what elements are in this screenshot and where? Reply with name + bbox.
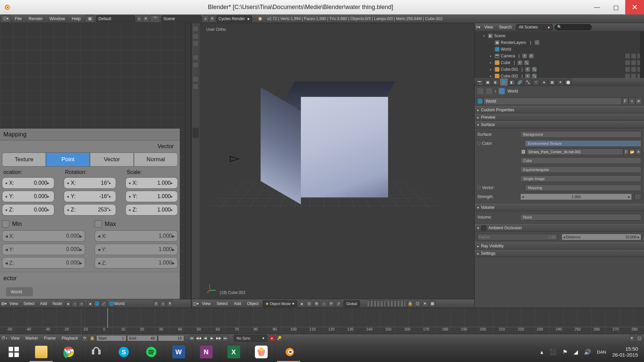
tool-tab-button[interactable] bbox=[193, 62, 199, 68]
node-path-world[interactable]: World bbox=[6, 287, 33, 296]
selectable-icon[interactable] bbox=[631, 60, 636, 65]
taskbar-excel-icon[interactable]: X bbox=[220, 342, 248, 362]
color-dropdown[interactable]: Environment Texture bbox=[525, 140, 641, 147]
keyframe-add-icon[interactable]: ▾ bbox=[629, 335, 635, 342]
taskbar-audio-icon[interactable] bbox=[83, 342, 110, 362]
mapping-node[interactable]: Mapping Vector Texture Point Vector Norm… bbox=[0, 129, 180, 299]
modifier-icon[interactable]: ⟳ bbox=[529, 54, 534, 58]
keying-set-icon[interactable]: 🔑 bbox=[276, 335, 282, 342]
mapping-loc-z[interactable]: ◂Z:0.000▸ bbox=[2, 204, 54, 216]
vpf-object[interactable]: Object bbox=[245, 301, 262, 306]
menu-window[interactable]: Window bbox=[46, 16, 68, 21]
world-fake-user-button[interactable]: F bbox=[153, 300, 159, 307]
tray-language[interactable]: DAN bbox=[597, 350, 606, 355]
camera-icon[interactable]: ▻ bbox=[230, 150, 239, 165]
shading-icon[interactable]: ● bbox=[299, 300, 305, 307]
mapping-rot-x[interactable]: ◂X:16°▸ bbox=[64, 177, 116, 189]
node-type-tex-icon[interactable]: ▪ bbox=[78, 300, 85, 307]
world-fake-user-button[interactable]: F bbox=[622, 98, 629, 105]
play-icon[interactable]: ▶ bbox=[209, 335, 215, 341]
ao-distance-field[interactable]: ◂ Distance:10.000 ▸ bbox=[561, 234, 642, 240]
selectable-icon[interactable] bbox=[631, 67, 636, 72]
timeline-playhead[interactable] bbox=[107, 308, 108, 328]
manipulator-rotate-icon[interactable]: ⟳ bbox=[328, 300, 334, 307]
vector-dropdown[interactable]: Mapping bbox=[525, 184, 641, 191]
node-footer-node[interactable]: Node bbox=[50, 301, 65, 306]
tool-tab-button[interactable] bbox=[193, 41, 199, 47]
start-button[interactable] bbox=[0, 342, 28, 362]
node-footer-add[interactable]: Add bbox=[37, 301, 50, 306]
scene-remove-button[interactable]: ✕ bbox=[209, 15, 215, 22]
props-tab-texture-icon[interactable]: ▦ bbox=[548, 79, 556, 85]
node-shader-world-icon[interactable]: 🌐 bbox=[94, 300, 100, 307]
outliner-search-input[interactable]: 🔍 bbox=[555, 24, 592, 30]
panel-volume[interactable]: ▾Volume bbox=[475, 204, 644, 211]
props-tab-world-icon[interactable]: 🌐 bbox=[500, 79, 507, 85]
menu-render[interactable]: Render bbox=[25, 16, 46, 21]
world-datablock-field[interactable]: World bbox=[114, 301, 153, 306]
vpf-view[interactable]: View bbox=[199, 301, 213, 306]
editor-type-icon[interactable]: ⓘ▾ bbox=[1, 15, 11, 22]
layers-widget[interactable] bbox=[387, 300, 406, 307]
tray-volume-icon[interactable]: 🔊 bbox=[584, 349, 591, 356]
orientation-dropdown[interactable]: Global bbox=[343, 300, 360, 307]
source-dropdown[interactable]: Single Image bbox=[520, 175, 641, 182]
mapping-tab-normal[interactable]: Normal bbox=[134, 153, 178, 167]
node-editor-type-icon[interactable]: ⊞▾ bbox=[1, 301, 7, 306]
visibility-icon[interactable] bbox=[625, 60, 630, 65]
taskbar-explorer-icon[interactable] bbox=[28, 342, 55, 362]
taskbar-skype-icon[interactable]: S bbox=[110, 342, 138, 362]
outliner-search-label[interactable]: Search bbox=[497, 25, 514, 29]
mapping-tab-vector[interactable]: Vector bbox=[90, 153, 134, 167]
render-icon[interactable] bbox=[637, 60, 642, 65]
disclosure-icon[interactable]: ▸ bbox=[490, 74, 493, 78]
outliner-item[interactable]: Scene bbox=[494, 34, 505, 38]
end-frame-field[interactable]: End:48 bbox=[127, 335, 157, 341]
mapping-max-checkbox[interactable] bbox=[95, 220, 102, 228]
tl-frame[interactable]: Frame bbox=[41, 336, 58, 341]
props-tab-particles-icon[interactable]: ✦ bbox=[556, 79, 564, 85]
layout-icon[interactable]: ▦ bbox=[85, 15, 95, 22]
tool-tab-button[interactable] bbox=[193, 33, 199, 39]
timeline-area[interactable]: -50-40-30-20-100102030405060708090100110… bbox=[0, 308, 644, 334]
world-browse-icon[interactable]: 🌐 bbox=[477, 98, 483, 105]
strength-dot-button[interactable]: · bbox=[635, 193, 641, 200]
tray-chevron-icon[interactable]: ▴ bbox=[540, 349, 543, 356]
image-open-icon[interactable]: 📂 bbox=[629, 148, 635, 155]
panel-ray-visibility[interactable]: ▸Ray Visibility bbox=[475, 242, 644, 250]
scene-crumb-icon[interactable] bbox=[486, 88, 492, 94]
viewport-editor-type-icon[interactable]: ◫▾ bbox=[193, 301, 199, 306]
outliner-item[interactable]: World bbox=[501, 47, 511, 52]
sync-dropdown[interactable]: No Sync◆ bbox=[234, 335, 267, 342]
manipulator-translate-icon[interactable]: ↔ bbox=[321, 300, 327, 307]
disclosure-icon[interactable]: ▸ bbox=[490, 54, 493, 58]
world-add-button[interactable]: + bbox=[160, 300, 166, 307]
node-type-shader-icon[interactable]: ● bbox=[65, 300, 71, 307]
visibility-icon[interactable] bbox=[625, 54, 630, 58]
image-unlink-button[interactable]: ✕ bbox=[635, 148, 641, 155]
props-tab-layers-icon[interactable]: ▣ bbox=[484, 79, 491, 85]
layout-add-button[interactable]: + bbox=[136, 15, 142, 22]
modifier-icon[interactable]: 🔧 bbox=[532, 74, 537, 78]
mapping-min-z[interactable]: ◂ Z:0.000▸ bbox=[2, 257, 85, 268]
world-remove-button[interactable]: ✕ bbox=[167, 300, 173, 307]
manipulator-scale-icon[interactable]: ⤢ bbox=[336, 300, 342, 307]
outliner-item[interactable]: RenderLayers bbox=[501, 40, 526, 45]
ao-enable-checkbox[interactable] bbox=[481, 225, 486, 231]
mapping-scl-z[interactable]: ◂Z:1.000▸ bbox=[125, 204, 178, 216]
node-shader-object-icon[interactable]: ● bbox=[87, 300, 93, 307]
tl-playback[interactable]: Playback bbox=[59, 336, 81, 341]
mapping-max-y[interactable]: ◂ Y:1.000▸ bbox=[95, 244, 178, 255]
tool-tab-button[interactable] bbox=[193, 26, 199, 32]
mapping-output-vector[interactable]: Vector bbox=[0, 140, 180, 153]
snap-icon[interactable]: ⬡ bbox=[415, 300, 421, 307]
next-keyframe-icon[interactable]: ▶▶ bbox=[216, 335, 222, 341]
props-tab-scene-icon[interactable]: ◐ bbox=[492, 79, 499, 85]
crumb-world[interactable]: World bbox=[507, 89, 518, 94]
panel-custom-properties[interactable]: ▸Custom Properties bbox=[475, 106, 644, 114]
strength-slider[interactable]: ◂1.000▸ bbox=[520, 193, 632, 200]
props-tab-data-icon[interactable]: ▽ bbox=[532, 79, 540, 85]
colorspace-dropdown[interactable]: Color bbox=[520, 157, 641, 164]
node-type-comp-icon[interactable]: ▫ bbox=[72, 300, 78, 307]
snap-target-icon[interactable]: ▾ bbox=[422, 300, 428, 307]
